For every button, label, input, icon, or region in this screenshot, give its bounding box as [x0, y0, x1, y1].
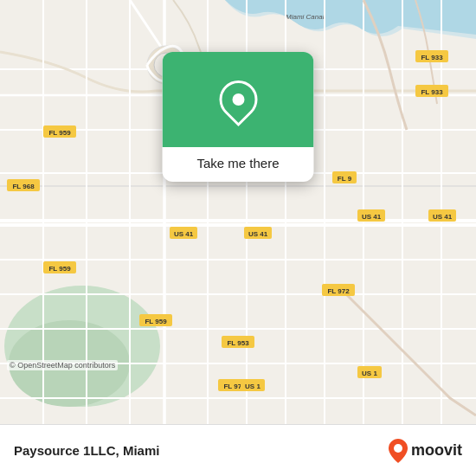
svg-text:FL 959: FL 959 [48, 129, 71, 137]
bottom-bar: Paysource 1LLC, Miami moovit [0, 424, 476, 476]
svg-text:US 1: US 1 [362, 370, 377, 377]
svg-text:US 41: US 41 [433, 213, 453, 221]
svg-text:FL 959: FL 959 [145, 318, 167, 325]
svg-text:FL 959: FL 959 [48, 265, 71, 273]
svg-point-63 [394, 444, 402, 453]
moovit-brand-text: moovit [411, 441, 462, 460]
svg-text:US 41: US 41 [362, 213, 382, 221]
osm-credit: © OpenStreetMap contributors [7, 360, 118, 370]
svg-text:FL 953: FL 953 [227, 339, 249, 347]
moovit-pin-icon [389, 439, 408, 463]
svg-text:Miami Canal: Miami Canal [286, 13, 325, 21]
svg-text:US 41: US 41 [248, 230, 268, 238]
svg-text:US 1: US 1 [245, 383, 261, 390]
svg-text:FL 933: FL 933 [421, 88, 443, 96]
location-pin-icon [211, 73, 265, 126]
location-title: Paysource 1LLC, Miami [14, 443, 389, 458]
take-me-there-label: Take me there [196, 156, 279, 170]
svg-text:FL 933: FL 933 [421, 54, 443, 61]
moovit-logo: moovit [389, 439, 462, 463]
osm-credit-text: © OpenStreetMap contributors [10, 361, 115, 370]
svg-text:FL 968: FL 968 [12, 183, 35, 190]
popup-button[interactable]: Take me there [163, 147, 314, 182]
popup-card: Take me there [163, 52, 314, 182]
svg-text:FL 9: FL 9 [338, 175, 352, 183]
pin-center [232, 93, 244, 106]
svg-text:US 41: US 41 [174, 230, 194, 238]
popup-header [163, 52, 314, 147]
svg-text:FL 972: FL 972 [327, 287, 350, 295]
map-container: Miami Canal [0, 0, 476, 424]
